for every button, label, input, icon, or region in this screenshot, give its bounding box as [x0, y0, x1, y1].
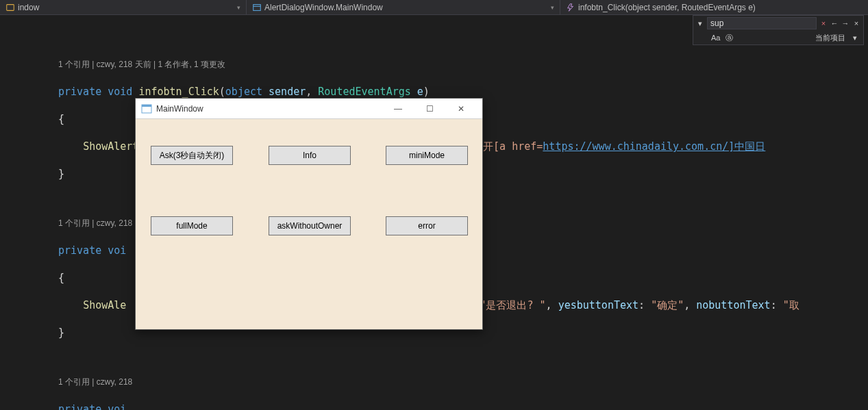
maximize-button[interactable]: ☐: [414, 99, 445, 118]
close-icon[interactable]: ×: [852, 18, 860, 29]
wpf-title: MainWindow: [156, 104, 203, 114]
url-link[interactable]: https://www.chinadaily.com.cn/]中国日: [543, 140, 765, 153]
error-button[interactable]: error: [386, 216, 468, 235]
class-dropdown-text: indow: [18, 3, 39, 12]
member-dropdown-text: infobtn_Click(object sender, RoutedEvent…: [578, 3, 756, 12]
type-dropdown-text: AlertDialogWindow.MainWindow: [264, 3, 383, 12]
find-panel: ▾ × ← → × Aa ⓐ 当前项目 ▾: [693, 15, 864, 45]
class-dropdown[interactable]: indow ▾: [0, 0, 247, 14]
chevron-down-icon[interactable]: ▾: [696, 18, 704, 29]
class-icon: [5, 3, 15, 12]
close-button[interactable]: ✕: [445, 99, 477, 118]
wpf-main-window: MainWindow — ☐ ✕ Ask(3秒自动关闭) Info miniMo…: [135, 98, 483, 330]
chevron-down-icon: ▾: [551, 4, 554, 11]
type-dropdown[interactable]: AlertDialogWindow.MainWindow ▾: [247, 0, 560, 14]
close-icon[interactable]: ×: [819, 18, 828, 29]
svg-rect-5: [142, 105, 151, 107]
member-dropdown[interactable]: infobtn_Click(object sender, RoutedEvent…: [560, 0, 868, 14]
breadcrumb-bar: indow ▾ AlertDialogWindow.MainWindow ▾ i…: [0, 0, 868, 15]
chevron-down-icon: ▾: [237, 4, 240, 11]
svg-rect-1: [253, 4, 261, 10]
find-scope-label: 当前项目: [814, 33, 847, 43]
find-next-button[interactable]: →: [841, 18, 850, 29]
askwithoutowner-button[interactable]: askWithoutOwner: [269, 216, 351, 235]
app-icon: [141, 103, 152, 114]
match-case-toggle[interactable]: Aa: [710, 34, 721, 42]
svg-rect-0: [7, 4, 14, 10]
chevron-down-icon[interactable]: ▾: [850, 32, 860, 43]
match-word-toggle[interactable]: ⓐ: [724, 33, 734, 43]
svg-marker-3: [568, 3, 573, 11]
window-icon: [252, 3, 262, 12]
codelens[interactable]: 1 个引用 | czwy, 218: [58, 375, 868, 389]
event-icon: [566, 3, 575, 12]
find-prev-button[interactable]: ←: [830, 18, 839, 29]
wpf-titlebar[interactable]: MainWindow — ☐ ✕: [136, 99, 482, 119]
codelens[interactable]: 1 个引用 | czwy, 218 天前 | 1 名作者, 1 项更改: [58, 57, 868, 71]
info-button[interactable]: Info: [269, 146, 351, 165]
fullmode-button[interactable]: fullMode: [151, 216, 233, 235]
ask-button[interactable]: Ask(3秒自动关闭): [151, 146, 233, 165]
minimode-button[interactable]: miniMode: [386, 146, 468, 165]
find-input[interactable]: [707, 17, 817, 29]
minimize-button[interactable]: —: [382, 99, 414, 118]
